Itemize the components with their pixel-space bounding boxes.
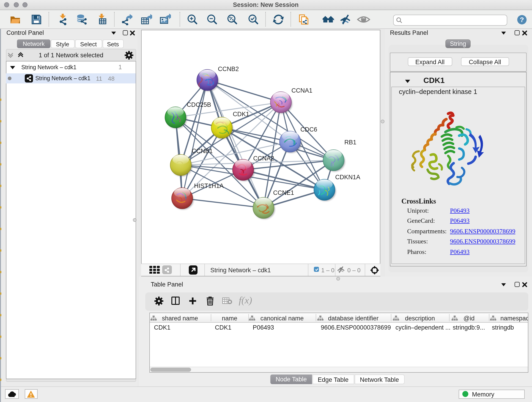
svg-text:CDK1: CDK1 xyxy=(233,111,249,118)
svg-text:CCNB1: CCNB1 xyxy=(192,148,213,154)
svg-text:CCNE1: CCNE1 xyxy=(273,189,294,196)
svg-text:CCNA1: CCNA1 xyxy=(291,87,312,94)
svg-text:CDKN1A: CDKN1A xyxy=(335,174,360,181)
svg-text:RB1: RB1 xyxy=(344,139,356,146)
svg-text:HIST1H1A: HIST1H1A xyxy=(194,182,224,189)
svg-text:?: ? xyxy=(520,16,524,23)
svg-text:CDC6: CDC6 xyxy=(300,126,317,133)
svg-text:CDC25B: CDC25B xyxy=(187,101,211,108)
svg-text:CCNB2: CCNB2 xyxy=(218,65,239,72)
svg-text:CCNA2: CCNA2 xyxy=(253,155,274,162)
